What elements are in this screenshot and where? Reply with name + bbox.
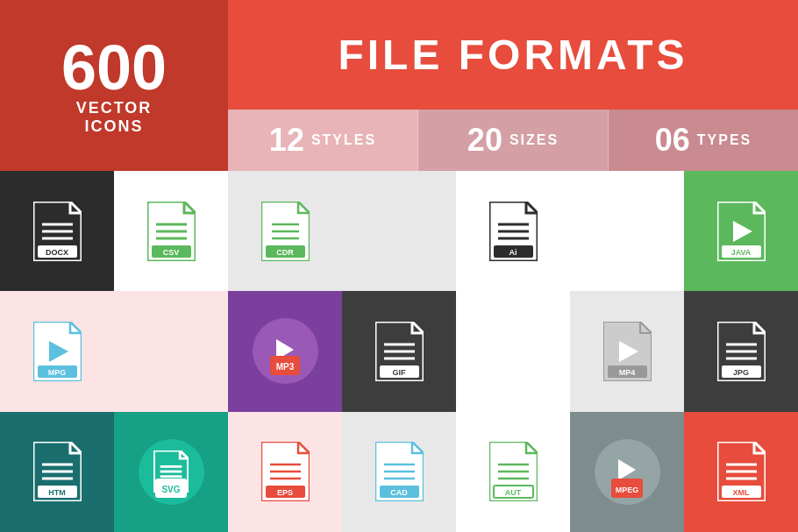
mpeg-play-icon xyxy=(618,459,636,480)
icon-cell-mp3: MP3 xyxy=(228,291,342,411)
icon-cell-docx: DOCX xyxy=(0,171,114,291)
app-container: 600 VECTORICONS FILE FORMATS 12 STYLES 2… xyxy=(0,0,798,532)
aut-icon: AUT xyxy=(489,442,538,501)
ai-icon: Ai xyxy=(489,202,538,261)
docx-icon: DOCX xyxy=(33,202,82,261)
svg-text:XML: XML xyxy=(732,488,750,497)
svg-text:MP4: MP4 xyxy=(618,368,635,377)
icon-cell-eps: EPS xyxy=(228,412,342,532)
mp3-tag: MP3 xyxy=(270,356,301,375)
svg-text:EPS: EPS xyxy=(276,488,292,497)
stat-types-number: 06 xyxy=(655,122,690,159)
icon-cell-cdr: CDR xyxy=(228,171,342,291)
svg-tag: SVG xyxy=(155,479,186,498)
icon-cell-empty2 xyxy=(570,171,684,291)
svg-text:Ai: Ai xyxy=(509,248,517,257)
svg-text:MPG: MPG xyxy=(47,368,66,377)
header-stats: 12 STYLES 20 SIZES 06 TYPES xyxy=(228,110,798,171)
page-title: FILE FORMATS xyxy=(338,31,688,79)
cad-icon: CAD xyxy=(375,442,424,501)
icon-cell-mpeg: MPEG xyxy=(570,412,684,532)
icon-cell-svg: SVG xyxy=(114,412,228,532)
svg-text:CDR: CDR xyxy=(276,248,294,257)
htm-icon: HTM xyxy=(33,442,82,501)
stat-styles-number: 12 xyxy=(269,122,304,159)
csv-icon: CSV xyxy=(147,202,196,261)
icon-cell-empty3 xyxy=(114,291,228,411)
svg-circle: SVG xyxy=(139,439,204,505)
stat-styles-label: STYLES xyxy=(311,132,376,148)
icon-cell-mp4: MP4 xyxy=(570,291,684,411)
stat-sizes: 20 SIZES xyxy=(418,110,609,171)
svg-text:JAVA: JAVA xyxy=(730,248,751,257)
icon-count: 600 xyxy=(61,36,167,99)
icon-cell-empty1 xyxy=(342,171,456,291)
stat-sizes-label: SIZES xyxy=(509,132,559,148)
icon-cell-jpg: JPG xyxy=(684,291,798,411)
svg-text:CAD: CAD xyxy=(390,488,408,497)
icon-cell-gif: GIF xyxy=(342,291,456,411)
icon-cell-empty4 xyxy=(456,291,570,411)
mpeg-circle: MPEG xyxy=(595,439,660,505)
stat-types: 06 TYPES xyxy=(609,110,798,171)
svg-text:AUT: AUT xyxy=(504,488,521,497)
svg-text:JPG: JPG xyxy=(732,368,748,377)
jpg-icon: JPG xyxy=(717,322,766,381)
icon-cell-mpg: MPG xyxy=(0,291,114,411)
svg-text:CSV: CSV xyxy=(162,248,179,257)
icon-cell-xml: XML xyxy=(684,412,798,532)
icon-cell-csv: CSV xyxy=(114,171,228,291)
gif-icon: GIF xyxy=(375,322,424,381)
icon-cell-cad: CAD xyxy=(342,412,456,532)
stat-types-label: TYPES xyxy=(697,132,752,148)
icon-cell-aut: AUT xyxy=(456,412,570,532)
mpg-icon: MPG xyxy=(33,322,82,381)
stat-sizes-number: 20 xyxy=(467,122,502,159)
eps-icon: EPS xyxy=(261,442,310,501)
icon-cell-ai: Ai xyxy=(456,171,570,291)
svg-text:GIF: GIF xyxy=(392,368,406,377)
header-left: 600 VECTORICONS xyxy=(0,0,228,171)
svg-text:DOCX: DOCX xyxy=(45,248,68,257)
header-title-bar: FILE FORMATS xyxy=(228,0,798,110)
mp4-icon: MP4 xyxy=(603,322,652,381)
svg-text:HTM: HTM xyxy=(48,488,66,497)
java-icon: JAVA xyxy=(717,202,766,261)
header: 600 VECTORICONS FILE FORMATS 12 STYLES 2… xyxy=(0,0,798,171)
icon-count-subtitle: VECTORICONS xyxy=(76,99,153,136)
icons-grid: DOCX CSV CDR xyxy=(0,171,798,532)
icon-cell-java: JAVA xyxy=(684,171,798,291)
cdr-icon: CDR xyxy=(261,202,310,261)
mp3-label: MP3 xyxy=(276,362,295,372)
icon-cell-htm: HTM xyxy=(0,412,114,532)
xml-icon: XML xyxy=(717,442,766,501)
header-right: FILE FORMATS 12 STYLES 20 SIZES 06 TYPES xyxy=(228,0,798,171)
svg-label: SVG xyxy=(161,485,180,494)
mpeg-label: MPEG xyxy=(616,486,639,494)
svg-marker-25 xyxy=(733,221,752,242)
mp3-circle: MP3 xyxy=(253,318,318,384)
stat-styles: 12 STYLES xyxy=(228,110,418,171)
mpeg-tag: MPEG xyxy=(611,479,644,498)
